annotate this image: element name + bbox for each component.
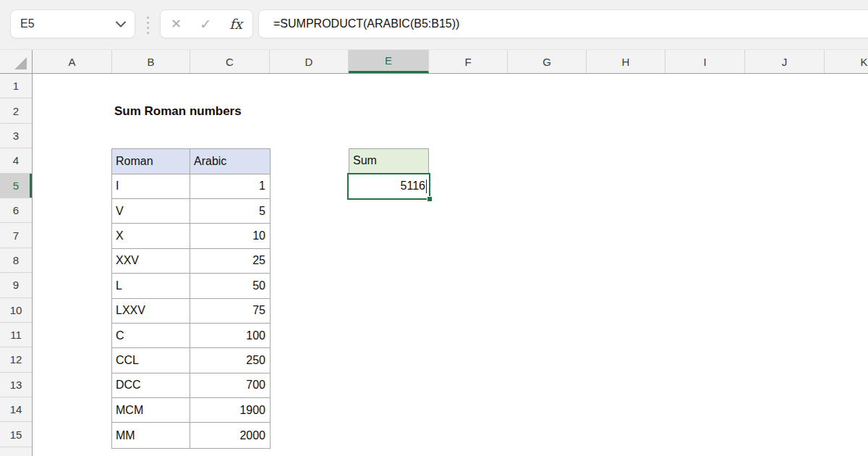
row-header-2[interactable]: 2 [0,98,32,123]
select-all-triangle-icon [14,57,27,69]
column-header-row: A B C D E F G H I J K [0,49,868,74]
cell-b6[interactable]: V [112,199,190,224]
formula-toolbar: E5 ✕ ✓ fx =SUMPRODUCT(ARABIC(B5:B15)) [0,0,868,49]
text-cursor [426,180,427,193]
cell-b13[interactable]: DCC [112,373,190,398]
cell-b7[interactable]: X [112,224,190,248]
table-header-roman[interactable]: Roman [112,149,190,174]
cell-b15[interactable]: MM [112,423,190,447]
sum-value: 5116 [401,180,425,193]
cell-c14[interactable]: 1900 [190,398,270,423]
column-header-a[interactable]: A [33,50,112,73]
cell-c13[interactable]: 700 [190,373,270,398]
excel-window: E5 ✕ ✓ fx =SUMPRODUCT(ARABIC(B5:B15)) A … [0,0,868,456]
cell-c10[interactable]: 75 [190,299,270,324]
cell-b5[interactable]: I [112,174,190,199]
confirm-icon[interactable]: ✓ [200,17,211,31]
column-header-j[interactable]: J [745,50,825,73]
cell-b10[interactable]: LXXV [112,299,190,324]
row-header-column: 1 2 3 4 5 6 7 8 9 10 11 12 13 14 15 16 [0,74,33,456]
column-header-e-selected[interactable]: E [349,50,429,73]
cell-c15[interactable]: 2000 [190,423,270,447]
cell-c12[interactable]: 250 [190,348,270,373]
row-header-14[interactable]: 14 [0,397,32,422]
cell-c11[interactable]: 100 [190,324,270,348]
cell-b11[interactable]: C [112,324,190,348]
row-header-1[interactable]: 1 [0,74,32,98]
selected-cell-e5[interactable]: 5116 [347,173,430,200]
row-header-12[interactable]: 12 [0,347,32,372]
cell-c9[interactable]: 50 [190,274,270,298]
row-header-6[interactable]: 6 [0,198,32,223]
column-header-d[interactable]: D [270,50,349,73]
row-header-8[interactable]: 8 [0,248,32,273]
row-header-15[interactable]: 15 [0,422,32,447]
cell-b8[interactable]: XXV [112,249,190,274]
chevron-down-icon[interactable] [116,17,126,30]
row-header-9[interactable]: 9 [0,273,32,297]
row-header-10[interactable]: 10 [0,298,32,323]
cancel-icon[interactable]: ✕ [171,17,182,30]
column-header-b[interactable]: B [112,50,190,73]
column-header-g[interactable]: G [508,50,587,73]
insert-function-icon[interactable]: fx [229,17,242,31]
select-all-button[interactable] [0,50,33,73]
column-header-c[interactable]: C [190,50,270,73]
fill-handle[interactable] [427,196,433,202]
cell-b14[interactable]: MCM [112,398,190,423]
column-header-f[interactable]: F [429,50,508,73]
cell-c5[interactable]: 1 [190,174,270,199]
cell-c7[interactable]: 10 [190,224,270,248]
cell-c8[interactable]: 25 [190,249,270,274]
sum-label-cell[interactable]: Sum [349,148,429,173]
name-box-value: E5 [20,17,35,30]
name-box[interactable]: E5 [10,9,135,38]
row-header-5-selected[interactable]: 5 [0,174,32,198]
row-header-7[interactable]: 7 [0,223,32,248]
cell-b12[interactable]: CCL [112,348,190,373]
row-header-3[interactable]: 3 [0,124,32,148]
column-header-h[interactable]: H [587,50,665,73]
row-header-16[interactable]: 16 [0,447,32,456]
sheet-area: Sum Roman numbers Roman Arabic I 1 V 5 X… [33,74,868,456]
grip-handle-icon[interactable] [147,17,149,34]
cell-b9[interactable]: L [112,274,190,298]
sheet-title[interactable]: Sum Roman numbers [114,98,242,123]
column-header-i[interactable]: I [665,50,745,73]
formula-text: =SUMPRODUCT(ARABIC(B5:B15)) [273,17,459,30]
row-header-13[interactable]: 13 [0,373,32,397]
formula-input[interactable]: =SUMPRODUCT(ARABIC(B5:B15)) [258,9,868,38]
row-header-4[interactable]: 4 [0,148,32,173]
cell-c6[interactable]: 5 [190,199,270,224]
roman-arabic-table: Roman Arabic I 1 V 5 X 10 XXV 25 L 50 LX… [111,148,271,449]
row-header-11[interactable]: 11 [0,323,32,347]
formula-buttons: ✕ ✓ fx [160,9,253,38]
table-header-arabic[interactable]: Arabic [190,149,270,174]
column-header-k[interactable]: K [825,50,868,73]
